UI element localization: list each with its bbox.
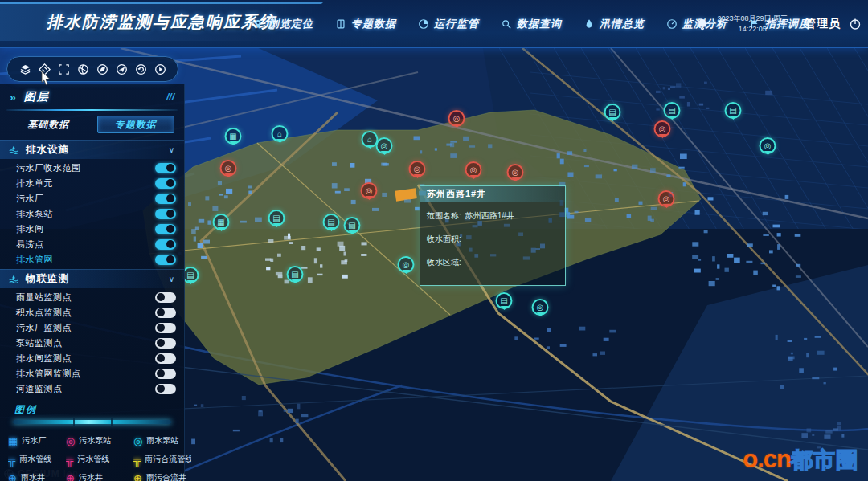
drop-icon: [583, 18, 595, 30]
reset-tool-icon[interactable]: [135, 63, 147, 75]
popup-field-label: 范围名称:: [427, 210, 461, 222]
nav-item-4[interactable]: 数据查询: [501, 17, 562, 31]
nav-item-label: 数据查询: [517, 17, 562, 31]
legend-label: 雨污合流管线: [145, 454, 191, 465]
pipe-legend-icon: ╦: [66, 455, 73, 465]
panel-title: 图层: [24, 90, 50, 104]
user-name[interactable]: 管理员: [805, 17, 841, 31]
layer-item-label: 污水厂监测点: [16, 322, 155, 334]
legend-item: ⊕ 污水井: [66, 469, 133, 481]
layer-toggle[interactable]: [155, 384, 176, 394]
plane-tool-icon[interactable]: [116, 63, 128, 75]
layer-toggle[interactable]: [155, 353, 176, 364]
map-marker-pump[interactable]: ◎: [760, 137, 776, 154]
map-marker-pump[interactable]: ◎: [409, 161, 426, 177]
legend-item: ⊕ 雨水井: [8, 469, 66, 481]
map-marker-gate[interactable]: ▤: [496, 292, 513, 309]
section-title: 排水设施: [26, 143, 69, 157]
legend-title: 图例: [14, 403, 184, 417]
toggle-knob: [166, 179, 174, 187]
map-marker-pump[interactable]: ◎: [658, 190, 675, 207]
layer-item-label: 泵站监测点: [16, 337, 155, 349]
map-marker-gate[interactable]: ▤: [323, 214, 340, 230]
expand-tool-icon[interactable]: [58, 63, 70, 75]
map-marker-pump[interactable]: ◎: [220, 160, 237, 177]
nav-item-1[interactable]: 浏览定位: [252, 17, 313, 31]
layer-item: 易涝点: [0, 238, 184, 251]
power-icon[interactable]: [849, 18, 862, 31]
map-marker-pump[interactable]: ◎: [361, 182, 378, 199]
map-marker-pump[interactable]: ◎: [532, 299, 549, 316]
layer-item-label: 排水闸监测点: [16, 353, 155, 365]
toggle-knob: [166, 194, 174, 202]
layers-panel: » 图层 /// 基础数据专题数据 排水设施 ∨污水厂收水范围 排水单元 污水厂…: [0, 84, 185, 481]
section-header-2[interactable]: 物联监测 ∨: [0, 269, 184, 288]
layer-item: 河道监测点: [0, 382, 184, 395]
toggle-knob: [166, 240, 174, 248]
layer-item-label: 雨量站监测点: [16, 291, 155, 304]
datetime-display: 2023年08月29日 周三 14:22:05: [717, 14, 788, 34]
collapse-panel-button[interactable]: »: [10, 91, 16, 104]
layer-toggle[interactable]: [155, 338, 176, 349]
nav-item-label: 汛情总览: [600, 17, 645, 31]
map-marker-pump[interactable]: ◎: [398, 256, 415, 273]
tab-1[interactable]: 基础数据: [10, 116, 87, 133]
well-legend-icon: ⊕: [133, 473, 142, 481]
map-marker-pump[interactable]: ◎: [465, 161, 482, 178]
layer-toggle[interactable]: [155, 323, 176, 333]
layer-toggle[interactable]: [155, 255, 176, 265]
map-marker-building[interactable]: ▦: [213, 214, 230, 230]
map-marker-pump[interactable]: ◎: [448, 110, 465, 127]
toggle-knob: [166, 210, 174, 218]
leaf-tool-icon[interactable]: [96, 63, 108, 75]
play-tool-icon[interactable]: [154, 63, 166, 75]
popup-field-label: 收水面积:: [427, 234, 461, 245]
layer-item: 积水点监测点: [0, 306, 184, 319]
layer-item-label: 排水管网监测点: [16, 368, 155, 380]
map-marker-building[interactable]: ▦: [225, 128, 242, 145]
layer-toggle[interactable]: [155, 369, 176, 379]
nav-item-2[interactable]: 专题数据: [335, 17, 396, 31]
map-marker-gate[interactable]: ▤: [344, 217, 361, 234]
water-layer-icon: [8, 274, 19, 285]
layer-item-label: 排水管网: [16, 254, 155, 266]
layer-toggle[interactable]: [155, 224, 176, 234]
bell-icon[interactable]: [696, 18, 709, 31]
layer-toggle[interactable]: [155, 308, 176, 318]
layer-toggle[interactable]: [155, 163, 176, 173]
map-marker-gate[interactable]: ▤: [664, 102, 681, 119]
map-marker-plant[interactable]: ⌂: [272, 125, 289, 142]
layer-item: 排水管网: [0, 253, 184, 266]
layer-toggle[interactable]: [155, 209, 176, 219]
map-marker-pump[interactable]: ◎: [376, 137, 393, 154]
nav-item-5[interactable]: 汛情总览: [583, 17, 645, 31]
section-header-1[interactable]: 排水设施 ∨: [0, 140, 184, 159]
monitor-icon: [418, 18, 429, 30]
tab-2[interactable]: 专题数据: [97, 116, 174, 133]
nav-item-3[interactable]: 运行监管: [418, 17, 479, 31]
app-root: ▦⌂⌂◎▤▤▤◎▦▤▤▤▤▤◎▤◎◎◎◎◎◎◎◎◎ 排水防涝监测与应急响应系统 …: [0, 0, 868, 481]
layer-item-label: 积水点监测点: [16, 307, 155, 319]
layers-tool-icon[interactable]: [19, 63, 31, 75]
layer-item-label: 排水泵站: [16, 208, 155, 220]
chevron-down-icon: ∨: [169, 275, 174, 283]
map-marker-pump[interactable]: ◎: [507, 164, 524, 181]
map-marker-pump[interactable]: ◎: [654, 120, 671, 137]
map-marker-gate[interactable]: ▤: [604, 104, 621, 120]
legend-label: 污水厂: [22, 435, 46, 446]
map-marker-gate[interactable]: ▤: [287, 266, 304, 283]
popup-field-label: 收水区域:: [427, 257, 461, 268]
map-marker-gate[interactable]: ▤: [268, 210, 285, 226]
globe-tool-icon[interactable]: [77, 63, 89, 75]
legend-item: ◎ 雨水泵站: [133, 432, 191, 450]
legend-label: 雨水管线: [19, 454, 51, 465]
gauge-icon: [666, 18, 678, 30]
layer-sections: 排水设施 ∨污水厂收水范围 排水单元 污水厂 排水泵站 排水闸 易涝点 排水管网…: [0, 140, 184, 395]
slider-notch: [73, 418, 75, 426]
layer-toggle[interactable]: [155, 194, 176, 204]
layer-toggle[interactable]: [155, 292, 176, 303]
map-marker-gate[interactable]: ▤: [725, 102, 742, 119]
layer-toggle[interactable]: [155, 178, 176, 189]
layer-toggle[interactable]: [155, 239, 176, 250]
opacity-slider[interactable]: [13, 420, 171, 424]
